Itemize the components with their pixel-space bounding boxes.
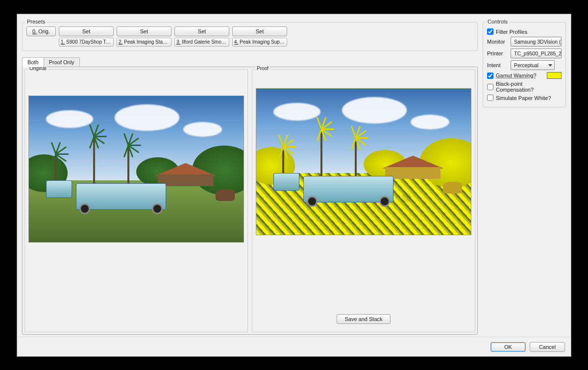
filter-profiles-checkbox-row[interactable]: Filter Profiles [487,28,562,35]
left-column: Presets 0. Orig. Set 1. S900 7DayShop Ty… [22,19,478,335]
preset-name-button[interactable]: 4. Peak Imaging Super High Glo [232,38,287,47]
presets-title: Presets [25,19,47,25]
soft-proof-dialog: Presets 0. Orig. Set 1. S900 7DayShop Ty… [17,14,571,357]
preset-col-4: Set 4. Peak Imaging Super High Glo [232,26,287,47]
controls-column: Controls Filter Profiles Monitor Samsung… [483,19,566,335]
preset-set-button[interactable]: Set [232,26,287,36]
monitor-row: Monitor Samsung 3DVision (Spyder [487,37,562,47]
monitor-label: Monitor [487,39,508,45]
dialog-body: Presets 0. Orig. Set 1. S900 7DayShop Ty… [17,14,571,337]
preset-set-button[interactable]: Set [174,26,229,36]
preset-col-3: Set 3. Ilford Galerie Smooth Gloss [174,26,229,47]
gamut-warning-label: Gamut Warning? [496,73,537,78]
black-point-row[interactable]: Black-point Compensation? [487,81,562,93]
filter-profiles-checkbox[interactable] [487,28,493,35]
proof-panel: Proof [252,69,475,332]
gamut-warning-row[interactable]: Gamut Warning? [487,72,562,79]
tabs-area: Both Proof Only Original [22,56,478,335]
original-image-holder [28,73,245,265]
tab-strip: Both Proof Only [22,56,478,67]
tab-both[interactable]: Both [22,57,44,67]
ok-button[interactable]: OK [490,342,526,352]
printer-row: Printer TC_p9500_PL285_2880_2 [487,49,562,58]
original-image [28,96,244,243]
cancel-button[interactable]: Cancel [530,342,565,352]
controls-group: Controls Filter Profiles Monitor Samsung… [483,22,566,107]
intent-row: Intent Perceptual [487,60,562,70]
paper-white-row[interactable]: Simulate Paper White? [487,95,562,101]
preset-set-button[interactable]: Set [117,26,172,36]
monitor-dropdown[interactable]: Samsung 3DVision (Spyder [511,37,562,47]
black-point-label: Black-point Compensation? [496,81,562,93]
printer-dropdown[interactable]: TC_p9500_PL285_2880_2 [511,49,562,58]
paper-white-checkbox[interactable] [487,95,493,101]
preset-col-1: Set 1. S900 7DayShop Type 41 [59,26,114,47]
gamut-warning-color-swatch[interactable] [547,72,562,79]
proof-image [256,88,471,235]
save-and-stack-button[interactable]: Save and Stack [337,314,391,324]
tab-proof-only[interactable]: Proof Only [44,57,80,67]
printer-label: Printer [487,50,508,56]
black-point-checkbox[interactable] [487,84,493,90]
gamut-warning-checkbox[interactable] [487,73,493,79]
preset-orig-col: 0. Orig. [26,26,56,47]
proof-image-holder [255,73,472,250]
intent-value: Perceptual [514,62,539,68]
intent-label: Intent [487,62,508,68]
printer-value: TC_p9500_PL285_2880_2 [514,50,562,56]
preset-name-button[interactable]: 2. Peak Imaging Standard [117,38,172,47]
original-panel: Original [24,69,248,332]
chevron-down-icon [548,64,552,67]
preset-orig-button[interactable]: 0. Orig. [26,26,56,36]
filter-profiles-label: Filter Profiles [496,29,527,35]
controls-title: Controls [486,19,509,25]
tab-body: Original [22,67,478,335]
presets-group: Presets 0. Orig. Set 1. S900 7DayShop Ty… [22,22,478,51]
preset-set-button[interactable]: Set [59,26,114,36]
dialog-footer: OK Cancel [17,337,571,356]
monitor-value: Samsung 3DVision (Spyder [514,39,562,45]
preset-name-button[interactable]: 1. S900 7DayShop Type 41 [59,38,114,47]
intent-dropdown[interactable]: Perceptual [511,60,555,70]
presets-row: 0. Orig. Set 1. S900 7DayShop Type 41 Se… [26,26,473,47]
paper-white-label: Simulate Paper White? [496,95,551,101]
preset-col-2: Set 2. Peak Imaging Standard [117,26,172,47]
preset-name-button[interactable]: 3. Ilford Galerie Smooth Gloss [174,38,229,47]
